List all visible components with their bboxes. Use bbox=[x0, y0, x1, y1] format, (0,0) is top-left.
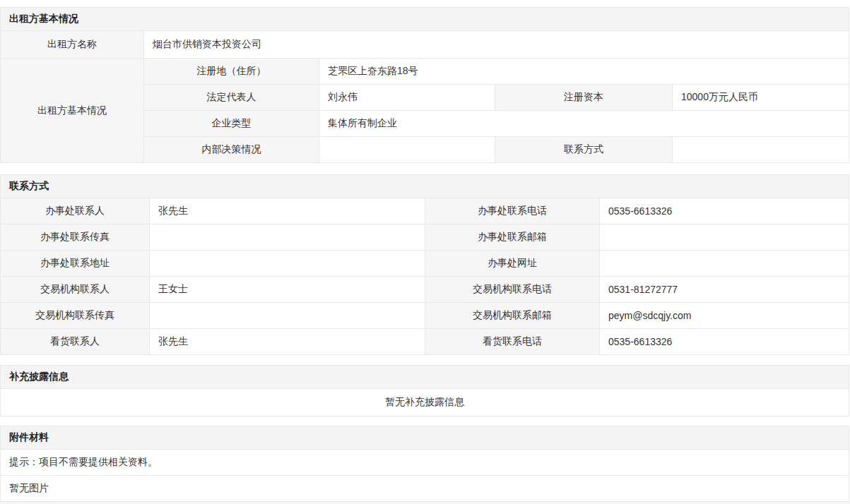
field-label: 交易机构联系邮箱 bbox=[425, 303, 600, 328]
field-value: 张先生 bbox=[150, 329, 425, 354]
lessor-name-row: 出租方名称 烟台市供销资本投资公司 bbox=[1, 30, 849, 58]
lessor-group-label: 出租方基本情况 bbox=[1, 59, 144, 162]
field-label: 看货联系人 bbox=[1, 329, 150, 354]
field-label: 办事处网址 bbox=[425, 251, 600, 276]
field-value bbox=[319, 137, 495, 162]
field-value: 集体所有制企业 bbox=[319, 111, 849, 136]
table-row: 交易机构联系传真 交易机构联系邮箱 peym@sdcqjy.com bbox=[1, 302, 849, 328]
section-attachments: 附件材料 提示：项目不需要提供相关资料。 暂无图片 bbox=[0, 426, 849, 502]
table-row: 交易机构联系人 王女士 交易机构联系电话 0531-81272777 bbox=[1, 276, 849, 302]
table-row: 法定代表人 刘永伟 注册资本 10000万元人民币 bbox=[144, 84, 849, 110]
field-label: 注册地（住所） bbox=[144, 59, 319, 84]
field-label: 办事处联系电话 bbox=[425, 198, 600, 224]
table-row: 看货联系人 张先生 看货联系电话 0535-6613326 bbox=[1, 328, 849, 354]
field-value: 0535-6613326 bbox=[600, 329, 849, 354]
table-row: 企业类型 集体所有制企业 bbox=[144, 110, 849, 136]
field-label: 注册资本 bbox=[495, 85, 673, 110]
lessor-group-rows: 注册地（住所） 芝罘区上夼东路18号 法定代表人 刘永伟 注册资本 10000万… bbox=[144, 59, 849, 162]
table-row: 注册地（住所） 芝罘区上夼东路18号 bbox=[144, 59, 849, 84]
lessor-basic-group: 出租方基本情况 注册地（住所） 芝罘区上夼东路18号 法定代表人 刘永伟 注册资… bbox=[1, 58, 849, 162]
field-value: 芝罘区上夼东路18号 bbox=[319, 59, 849, 84]
field-value: 张先生 bbox=[150, 198, 425, 224]
field-value bbox=[673, 137, 849, 162]
lessor-name-label: 出租方名称 bbox=[1, 31, 144, 58]
field-label: 交易机构联系电话 bbox=[425, 277, 600, 302]
field-value: peym@sdcqjy.com bbox=[600, 303, 849, 328]
field-value bbox=[600, 224, 849, 250]
field-label: 办事处联系地址 bbox=[1, 251, 150, 276]
lessor-detail-page: 出租方基本情况 出租方名称 烟台市供销资本投资公司 出租方基本情况 注册地（住所… bbox=[0, 0, 850, 504]
field-label: 内部决策情况 bbox=[144, 137, 319, 162]
field-value bbox=[150, 303, 425, 328]
section-contact: 联系方式 办事处联系人 张先生 办事处联系电话 0535-6613326 办事处… bbox=[0, 174, 849, 355]
field-value bbox=[150, 251, 425, 276]
field-label: 企业类型 bbox=[144, 111, 319, 136]
field-label: 办事处联系人 bbox=[1, 198, 150, 224]
section-supplement-title: 补充披露信息 bbox=[1, 366, 849, 388]
attachments-tip-row: 提示：项目不需要提供相关资料。 bbox=[1, 449, 849, 475]
section-lessor-basic: 出租方基本情况 出租方名称 烟台市供销资本投资公司 出租方基本情况 注册地（住所… bbox=[0, 7, 849, 163]
section-contact-title: 联系方式 bbox=[1, 175, 849, 198]
field-value: 0531-81272777 bbox=[600, 277, 849, 302]
table-row: 办事处联系地址 办事处网址 bbox=[1, 250, 849, 276]
lessor-name-value: 烟台市供销资本投资公司 bbox=[144, 31, 849, 58]
field-value: 10000万元人民币 bbox=[673, 85, 849, 110]
table-row: 办事处联系人 张先生 办事处联系电话 0535-6613326 bbox=[1, 198, 849, 224]
field-value bbox=[150, 224, 425, 250]
section-attachments-title: 附件材料 bbox=[1, 426, 849, 449]
section-supplement: 补充披露信息 暂无补充披露信息 bbox=[0, 365, 849, 416]
field-label: 联系方式 bbox=[495, 137, 673, 162]
field-value: 刘永伟 bbox=[319, 85, 495, 110]
field-label: 法定代表人 bbox=[144, 85, 319, 110]
field-label: 办事处联系邮箱 bbox=[425, 224, 600, 250]
field-label: 交易机构联系传真 bbox=[1, 303, 150, 328]
field-value bbox=[600, 251, 849, 276]
attachments-no-image-row: 暂无图片 bbox=[1, 475, 849, 501]
section-lessor-basic-title: 出租方基本情况 bbox=[1, 8, 849, 30]
table-row: 内部决策情况 联系方式 bbox=[144, 136, 849, 162]
field-label: 看货联系电话 bbox=[425, 329, 600, 354]
table-row: 办事处联系传真 办事处联系邮箱 bbox=[1, 224, 849, 250]
field-label: 交易机构联系人 bbox=[1, 277, 150, 302]
supplement-empty-row: 暂无补充披露信息 bbox=[1, 388, 849, 416]
field-label: 办事处联系传真 bbox=[1, 224, 150, 250]
field-value: 0535-6613326 bbox=[600, 198, 849, 224]
field-value: 王女士 bbox=[150, 277, 425, 302]
